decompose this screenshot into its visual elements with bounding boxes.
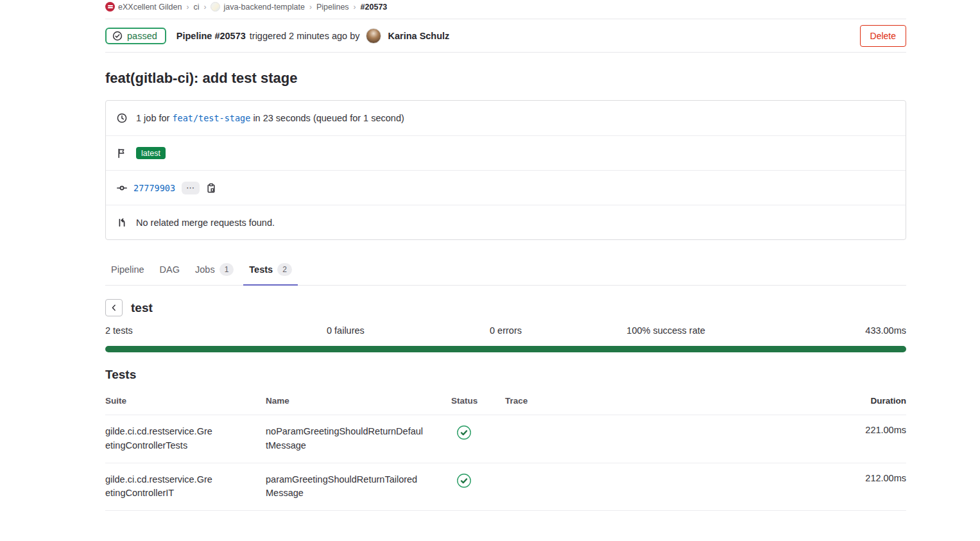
column-header-trace: Trace [505, 396, 823, 406]
table-row: gilde.ci.cd.restservice.GreetingControll… [105, 463, 906, 511]
latest-badge-row: latest [106, 135, 906, 170]
job-summary-row: 1 job for feat/test-stage in 23 seconds … [106, 101, 906, 135]
clipboard-icon [206, 183, 216, 193]
breadcrumb-pipeline-id: #20573 [361, 3, 388, 12]
clock-icon [117, 113, 127, 123]
breadcrumb-separator: › [203, 3, 206, 12]
check-circle-icon [112, 31, 123, 41]
delete-button[interactable]: Delete [860, 25, 906, 47]
merge-request-row: No related merge requests found. [106, 205, 906, 239]
tab-dag[interactable]: DAG [154, 256, 185, 286]
job-duration-text: in 23 seconds (queued for 1 second) [253, 113, 404, 123]
user-name[interactable]: Karina Schulz [388, 31, 449, 41]
test-name: paramGreetingShouldReturnTailoredMessage [266, 473, 424, 501]
branch-link[interactable]: feat/test-stage [172, 113, 250, 123]
test-status-passed [451, 473, 505, 488]
tab-tests-count-badge: 2 [277, 263, 292, 276]
breadcrumb-separator: › [354, 3, 356, 12]
tab-tests-label: Tests [249, 264, 273, 275]
latest-badge[interactable]: latest [136, 147, 166, 159]
breadcrumb-ci-link[interactable]: ci [193, 3, 199, 12]
column-header-name: Name [266, 396, 451, 406]
table-row: gilde.ci.cd.restservice.GreetingControll… [105, 415, 906, 463]
copy-commit-sha-button[interactable] [206, 183, 216, 193]
pipeline-status-badge[interactable]: passed [105, 28, 166, 44]
tab-jobs[interactable]: Jobs 1 [189, 256, 239, 286]
test-duration: 212.00ms [823, 473, 906, 483]
trigger-text: triggered 2 minutes ago by [250, 31, 360, 41]
tab-pipeline-label: Pipeline [111, 264, 144, 275]
test-duration: 221.00ms [823, 425, 906, 435]
breadcrumb-project-link[interactable]: java-backend-template [223, 3, 304, 12]
column-header-status: Status [451, 396, 505, 406]
test-status-passed [451, 425, 505, 440]
summary-tests: 2 tests [105, 325, 266, 336]
tab-dag-label: DAG [160, 264, 180, 275]
tab-jobs-label: Jobs [195, 264, 215, 275]
org-avatar [105, 2, 115, 12]
merge-request-text: No related merge requests found. [136, 218, 275, 228]
tests-section-title: Tests [105, 368, 906, 382]
status-badge-label: passed [127, 31, 157, 41]
test-suite: gilde.ci.cd.restservice.GreetingControll… [105, 425, 216, 453]
tests-table: Suite Name Status Trace Duration gilde.c… [105, 388, 906, 511]
breadcrumb-group[interactable]: eXXcellent Gilden [105, 2, 182, 12]
commit-icon [117, 183, 127, 193]
breadcrumb-separator: › [186, 3, 189, 12]
tab-pipeline[interactable]: Pipeline [105, 256, 150, 286]
commit-row: 27779903 ⋯ [106, 170, 906, 205]
tests-table-header: Suite Name Status Trace Duration [105, 388, 906, 415]
status-check-icon [456, 425, 472, 440]
commit-sha-link[interactable]: 27779903 [133, 183, 175, 193]
test-name: noParamGreetingShouldReturnDefaultMessag… [266, 425, 424, 453]
user-avatar[interactable] [366, 28, 381, 44]
summary-errors: 0 errors [426, 325, 586, 336]
summary-duration: 433.00ms [746, 325, 906, 336]
column-header-duration: Duration [823, 396, 906, 406]
job-summary-text: 1 job for feat/test-stage in 23 seconds … [136, 113, 404, 123]
breadcrumb-project[interactable]: java-backend-template [211, 2, 304, 12]
page-title: feat(gitlab-ci): add test stage [105, 70, 906, 87]
test-group-title: test [131, 301, 153, 315]
chevron-left-icon [110, 304, 118, 312]
tab-jobs-count-badge: 1 [219, 263, 234, 276]
back-button[interactable] [105, 299, 123, 316]
merge-request-icon [117, 218, 127, 228]
test-summary: 2 tests 0 failures 0 errors 100% success… [105, 325, 906, 336]
pipeline-page: eXXcellent Gilden › ci › java-backend-te… [105, 0, 906, 511]
pipeline-info-card: 1 job for feat/test-stage in 23 seconds … [105, 100, 906, 240]
pipeline-tabs: Pipeline DAG Jobs 1 Tests 2 [105, 256, 906, 286]
pipeline-trigger-info: Pipeline #20573 triggered 2 minutes ago … [176, 28, 450, 44]
project-avatar [211, 2, 220, 12]
tab-tests[interactable]: Tests 2 [243, 256, 298, 286]
breadcrumb-separator: › [309, 3, 312, 12]
pipeline-number: Pipeline #20573 [176, 31, 246, 41]
test-suite: gilde.ci.cd.restservice.GreetingControll… [105, 473, 216, 501]
success-rate-bar [105, 346, 906, 352]
test-group-header: test [105, 299, 906, 316]
summary-failures: 0 failures [266, 325, 426, 336]
breadcrumb-org-link[interactable]: eXXcellent Gilden [118, 3, 182, 12]
summary-success-rate: 100% success rate [586, 325, 746, 336]
breadcrumb-pipelines-link[interactable]: Pipelines [316, 3, 349, 12]
column-header-suite: Suite [105, 396, 266, 406]
flag-icon [117, 148, 127, 159]
job-count-text: 1 job for [136, 113, 169, 123]
commit-message-toggle-button[interactable]: ⋯ [182, 182, 200, 194]
pipeline-status-bar: passed Pipeline #20573 triggered 2 minut… [105, 19, 906, 53]
status-check-icon [456, 473, 472, 488]
breadcrumb: eXXcellent Gilden › ci › java-backend-te… [105, 0, 906, 19]
